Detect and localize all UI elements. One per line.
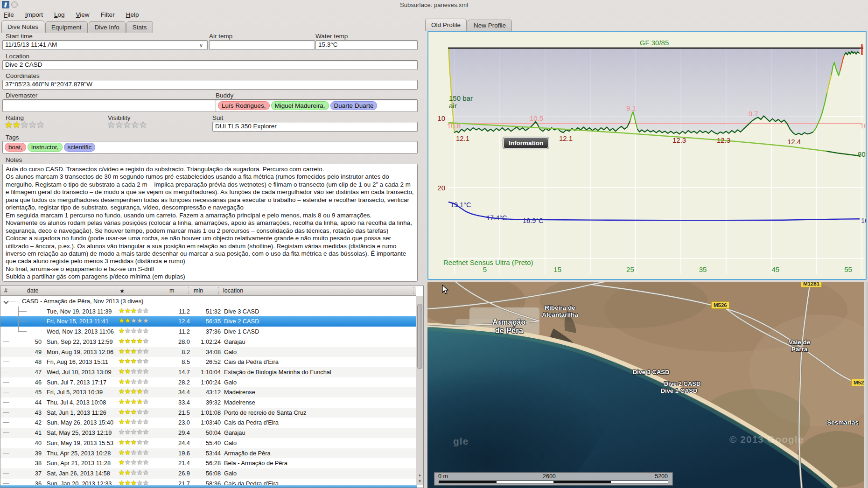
tag-chip[interactable]: instructor, [28, 143, 63, 152]
dive-row[interactable]: 42Sun, May 26, 2013 15:40★★★★★23.01:03:4… [0, 418, 416, 428]
dive-row[interactable]: 44Thu, Jul 4, 2013 10:08★★★★★33.439:32Ma… [0, 397, 416, 408]
collapse-arrow-icon[interactable] [3, 299, 8, 304]
column-header-location[interactable]: location [223, 287, 243, 294]
location-field[interactable]: Dive 2 CASD [2, 60, 418, 70]
tree-line [3, 432, 9, 433]
dive-list-hscrollbar[interactable] [0, 485, 417, 488]
star-empty-icon[interactable]: ★ [131, 120, 139, 130]
tab-new-profile[interactable]: New Profile [468, 20, 512, 31]
place-label: Vale de Parra [762, 339, 837, 353]
tags-field[interactable]: boat,instructor,scientific [2, 141, 418, 153]
suit-field[interactable]: DUI TLS 350 Explorer [212, 122, 418, 132]
dive-date: Sat, May 25, 2013 12:19 [47, 429, 112, 436]
chevron-down-icon[interactable]: ∨ [199, 43, 204, 48]
tab-stats[interactable]: Stats [126, 21, 153, 33]
buddy-chip[interactable]: Luís Rodrigues, [218, 101, 270, 110]
star-empty-icon[interactable]: ★ [107, 120, 115, 130]
trip-group-label: CASD - Armação de Pêra, Nov 2013 (3 dive… [22, 298, 143, 305]
menu-log[interactable]: Log [54, 11, 65, 18]
star-filled-icon[interactable]: ★ [13, 120, 21, 130]
dive-row[interactable]: Wed, Nov 13, 2013 11:06★★★★★11.237:36Div… [0, 327, 416, 337]
trip-group-row[interactable]: CASD - Armação de Pêra, Nov 2013 (3 dive… [0, 296, 416, 307]
star-empty-icon: ★ [137, 348, 143, 355]
dive-row[interactable]: 49Mon, Aug 19, 2013 12:06★★★★★8.234:08Ga… [0, 347, 416, 357]
location-value: Dive 2 CASD [5, 61, 42, 68]
star-empty-icon[interactable]: ★ [36, 120, 44, 130]
column-header-num[interactable]: # [4, 287, 7, 294]
column-separator[interactable] [218, 287, 219, 294]
buddy-chip[interactable]: Miguel Madureira, [271, 101, 329, 110]
star-empty-icon[interactable]: ★ [21, 120, 28, 130]
dive-row[interactable]: 37Sat, Jan 26, 2013 14:58★★★★★26.956:08G… [0, 468, 416, 479]
notes-textarea[interactable]: Aula do curso CASD. Transectos c/video e… [2, 164, 418, 282]
right-scrollbar-strip[interactable] [864, 282, 868, 488]
column-separator[interactable] [413, 287, 414, 294]
star-empty-icon: ★ [131, 469, 137, 476]
tab-dive-info[interactable]: Dive Info [89, 21, 126, 33]
dive-depth: 34.4 [159, 389, 190, 396]
coordinates-field[interactable]: 37°05'23.460"N 8°20'47.879"W [2, 80, 418, 90]
dive-number: 50 [21, 338, 42, 345]
column-header-stars[interactable]: ★ [119, 287, 125, 294]
tag-chip[interactable]: boat, [5, 143, 26, 152]
svg-text:19.1°C: 19.1°C [450, 201, 471, 209]
column-separator[interactable] [188, 287, 189, 294]
tag-chip[interactable]: scientific [64, 143, 96, 152]
star-empty-icon[interactable]: ★ [28, 120, 36, 130]
dive-profile-chart[interactable]: 10.810.59.19.7GF 30/85150 barair80102010… [428, 32, 866, 279]
menu-view[interactable]: View [76, 11, 90, 18]
dive-row[interactable]: 46Sun, Jul 7, 2013 17:17★★★★★28.21:00:24… [0, 377, 416, 388]
scroll-down-icon[interactable]: ▼ [416, 478, 423, 484]
divemaster-field[interactable] [2, 99, 221, 112]
column-separator[interactable] [117, 287, 117, 294]
star-empty-icon[interactable]: ★ [115, 120, 123, 130]
tab-equipment[interactable]: Equipment [45, 21, 88, 33]
tab-old-profile[interactable]: Old Profile [425, 19, 467, 31]
dive-row[interactable]: 45Fri, Jul 5, 2013 10:39★★★★★34.443:12Ma… [0, 387, 416, 397]
air-temp-field[interactable] [209, 40, 315, 50]
dive-row[interactable]: 43Sat, Jun 1, 2013 11:26★★★★★21.51:01:08… [0, 408, 416, 418]
dive-row[interactable]: Tue, Nov 19, 2013 11:39★★★★★11.251:32Div… [0, 307, 416, 317]
star-empty-icon: ★ [137, 449, 143, 456]
buddy-field[interactable]: Luís Rodrigues,Miguel Madureira,Duarte D… [216, 99, 418, 112]
dive-row[interactable]: 40Sun, May 19, 2013 15:53★★★★★24.455:40G… [0, 438, 416, 448]
dive-duration: 26:52 [190, 358, 221, 365]
column-header-date[interactable]: date [27, 287, 38, 294]
star-filled-icon: ★ [125, 348, 131, 355]
dive-date: Thu, Apr 25, 2013 10:28 [47, 450, 111, 457]
menu-file[interactable]: File [4, 11, 14, 18]
dive-list-scrollbar[interactable]: ▲ ▼ [416, 296, 423, 485]
information-tooltip[interactable]: Information [503, 137, 549, 149]
dive-row[interactable]: 38Sun, Apr 21, 2013 11:28★★★★★21.456:28B… [0, 458, 416, 468]
dive-row[interactable]: 50Sun, Sep 22, 2013 12:59★★★★★28.01:02:2… [0, 337, 416, 347]
menu-filter[interactable]: Filter [101, 11, 115, 18]
star-filled-icon[interactable]: ★ [5, 120, 13, 130]
rating-stars[interactable]: ★★★★★ [5, 120, 44, 129]
scrollbar-thumb[interactable] [417, 304, 422, 369]
dive-row[interactable]: 39Thu, Apr 25, 2013 10:28★★★★★19.653:44A… [0, 448, 416, 459]
column-separator[interactable] [25, 287, 25, 294]
column-separator[interactable] [164, 287, 164, 294]
star-empty-icon: ★ [137, 418, 143, 425]
column-header-m[interactable]: m [169, 287, 174, 294]
star-empty-icon[interactable]: ★ [123, 120, 131, 130]
tab-dive-notes[interactable]: Dive Notes [1, 21, 44, 33]
dive-row[interactable]: 48Fri, Aug 16, 2013 15:11★★★★★8.526:52Ca… [0, 357, 416, 367]
buddy-chip[interactable]: Duarte Duarte [330, 101, 378, 110]
dive-location: Bela - Armação de Pêra [224, 460, 287, 467]
start-time-combo[interactable]: 11/15/13 11:41 AM∨ [2, 40, 208, 50]
column-header-min[interactable]: min [194, 287, 203, 294]
star-empty-icon: ★ [131, 368, 137, 375]
visibility-stars[interactable]: ★★★★★ [107, 120, 147, 129]
profile-tab-bar: Old ProfileNew Profile [425, 19, 513, 31]
water-temp-field[interactable]: 15.3°C [315, 40, 418, 50]
dive-number: 45 [21, 389, 42, 396]
dive-site-map[interactable]: Armação de PêraRibeira de AlcantarilhaVa… [427, 282, 864, 488]
scroll-up-icon[interactable]: ▲ [416, 472, 423, 478]
dive-row[interactable]: 47Wed, Jul 10, 2013 13:09★★★★★14.71:10:0… [0, 367, 416, 377]
dive-row[interactable]: 41Sat, May 25, 2013 12:19★★★★★29.450:04G… [0, 428, 416, 438]
dive-row-selected[interactable]: Fri, Nov 15, 2013 11:41★★★★★12.456:35Div… [0, 316, 416, 327]
menu-import[interactable]: Import [25, 11, 43, 18]
star-empty-icon[interactable]: ★ [139, 120, 147, 130]
menu-help[interactable]: Help [126, 11, 139, 18]
